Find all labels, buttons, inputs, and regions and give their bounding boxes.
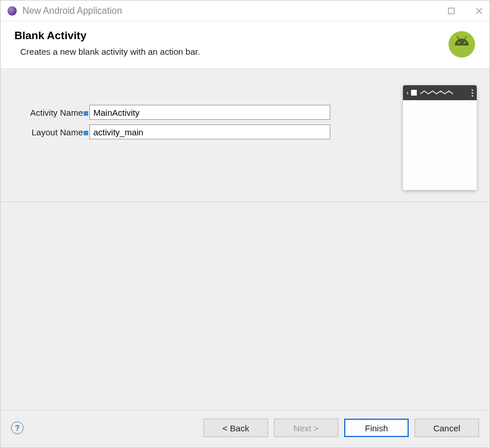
activity-name-input[interactable]: [89, 105, 330, 120]
preview-title-placeholder-icon: [420, 90, 469, 96]
form-fields: Activity Name Layout Name: [13, 85, 375, 144]
preview-overflow-icon: [472, 89, 473, 97]
finish-button[interactable]: Finish: [344, 419, 409, 437]
layout-name-label: Layout Name: [13, 127, 89, 137]
activity-name-row: Activity Name: [13, 105, 375, 120]
preview-back-icon: ‹: [406, 89, 409, 97]
field-decorator-icon: [84, 111, 88, 116]
page-subtitle: Creates a new blank activity with an act…: [14, 47, 441, 56]
lower-area: [1, 202, 489, 410]
dialog-window: New Android Application Blank Activity C…: [0, 0, 490, 448]
window-title: New Android Application: [22, 6, 446, 16]
titlebar: New Android Application: [1, 1, 489, 21]
activity-name-label: Activity Name: [13, 108, 89, 117]
preview-app-icon: [411, 90, 417, 96]
activity-name-label-text: Activity Name: [30, 108, 83, 117]
back-button[interactable]: < Back: [203, 419, 268, 437]
next-button: Next >: [274, 419, 338, 437]
content-area: Activity Name Layout Name ‹: [1, 69, 489, 447]
wizard-header: Blank Activity Creates a new blank activ…: [1, 21, 489, 69]
help-icon[interactable]: ?: [11, 422, 24, 434]
maximize-button[interactable]: [446, 5, 457, 17]
preview-body: [403, 100, 477, 190]
layout-name-input[interactable]: [89, 124, 330, 139]
page-title: Blank Activity: [14, 29, 441, 42]
button-bar: < Back Next > Finish Cancel: [203, 419, 479, 437]
svg-point-4: [458, 41, 459, 43]
layout-name-label-text: Layout Name: [32, 127, 83, 137]
close-button[interactable]: [473, 5, 485, 17]
cancel-button[interactable]: Cancel: [414, 419, 479, 437]
svg-rect-0: [448, 8, 454, 14]
field-decorator-icon: [84, 131, 88, 135]
header-text: Blank Activity Creates a new blank activ…: [14, 29, 441, 56]
form-area: Activity Name Layout Name ‹: [1, 69, 489, 202]
wizard-footer: ? < Back Next > Finish Cancel: [1, 410, 489, 447]
layout-name-row: Layout Name: [13, 124, 375, 139]
android-logon-icon: [448, 31, 476, 58]
svg-point-5: [463, 41, 465, 43]
layout-preview: ‹: [403, 85, 477, 190]
eclipse-icon: [7, 6, 17, 16]
preview-actionbar: ‹: [403, 85, 477, 100]
window-controls: [446, 5, 485, 17]
